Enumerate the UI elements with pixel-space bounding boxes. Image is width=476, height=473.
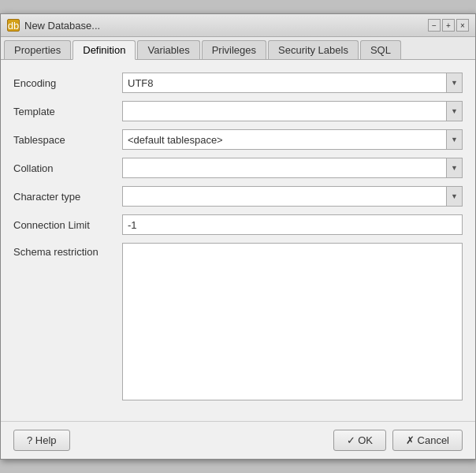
tablespace-label: Tablespace	[13, 134, 116, 146]
encoding-label: Encoding	[13, 77, 116, 89]
collation-input[interactable]	[123, 161, 446, 176]
help-button[interactable]: ? Help	[13, 430, 70, 451]
schema-restriction-textarea[interactable]	[122, 243, 463, 400]
template-row: Template ▼	[13, 101, 463, 121]
footer-actions: ✓ OK ✗ Cancel	[333, 430, 463, 451]
tab-privileges[interactable]: Privileges	[202, 40, 266, 59]
tablespace-input[interactable]	[123, 132, 446, 147]
collation-label: Collation	[13, 162, 116, 174]
character-type-input-wrapper: ▼	[122, 186, 463, 207]
title-bar-controls: − + ×	[428, 19, 469, 32]
collation-row: Collation ▼	[13, 158, 463, 178]
dialog-footer: ? Help ✓ OK ✗ Cancel	[1, 421, 475, 459]
encoding-input-wrapper: ▼	[122, 73, 463, 93]
schema-restriction-label: Schema restriction	[13, 243, 116, 258]
encoding-dropdown-arrow[interactable]: ▼	[446, 73, 462, 92]
tab-definition[interactable]: Definition	[73, 40, 136, 60]
maximize-button[interactable]: +	[442, 19, 455, 32]
form-content: Encoding ▼ Template ▼ Tablespace ▼ Colla…	[1, 60, 475, 421]
collation-dropdown-arrow[interactable]: ▼	[446, 158, 462, 177]
tab-variables[interactable]: Variables	[137, 40, 199, 59]
template-input-wrapper: ▼	[122, 101, 463, 121]
tab-bar: Properties Definition Variables Privileg…	[1, 37, 475, 60]
tab-sql[interactable]: SQL	[360, 40, 401, 59]
ok-button[interactable]: ✓ OK	[333, 430, 386, 451]
character-type-label: Character type	[13, 191, 116, 203]
window-title: New Database...	[24, 20, 100, 32]
template-dropdown-arrow[interactable]: ▼	[446, 102, 462, 121]
character-type-input[interactable]	[123, 189, 446, 204]
tab-security-labels[interactable]: Security Labels	[268, 40, 359, 59]
tablespace-input-wrapper: ▼	[122, 129, 463, 150]
dialog-window: db New Database... − + × Properties Defi…	[0, 13, 476, 460]
close-button[interactable]: ×	[456, 19, 469, 32]
character-type-dropdown-arrow[interactable]: ▼	[446, 187, 462, 206]
collation-input-wrapper: ▼	[122, 158, 463, 178]
encoding-row: Encoding ▼	[13, 73, 463, 93]
character-type-row: Character type ▼	[13, 186, 463, 207]
tablespace-dropdown-arrow[interactable]: ▼	[446, 130, 462, 149]
minimize-button[interactable]: −	[428, 19, 441, 32]
connection-limit-input[interactable]	[123, 218, 462, 233]
template-label: Template	[13, 106, 116, 117]
title-bar: db New Database... − + ×	[1, 14, 475, 37]
window-icon: db	[7, 19, 20, 32]
connection-limit-input-wrapper	[122, 214, 463, 235]
cancel-button[interactable]: ✗ Cancel	[392, 430, 463, 451]
tablespace-row: Tablespace ▼	[13, 129, 463, 150]
connection-limit-label: Connection Limit	[13, 219, 116, 231]
window-icon-label: db	[8, 20, 19, 32]
template-input[interactable]	[123, 104, 446, 119]
title-bar-left: db New Database...	[7, 19, 100, 32]
tab-properties[interactable]: Properties	[4, 40, 71, 59]
connection-limit-row: Connection Limit	[13, 214, 463, 235]
encoding-input[interactable]	[123, 76, 446, 91]
schema-restriction-row: Schema restriction	[13, 243, 463, 400]
